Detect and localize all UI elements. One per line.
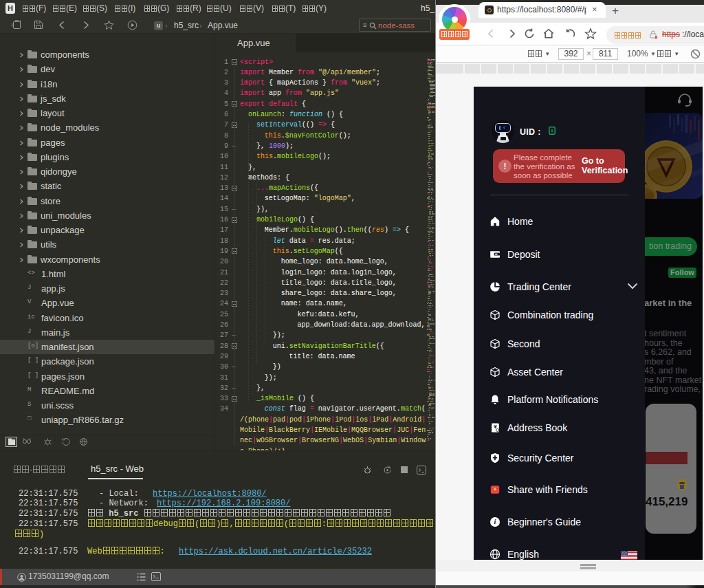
svg-text:i: i [494,518,496,525]
